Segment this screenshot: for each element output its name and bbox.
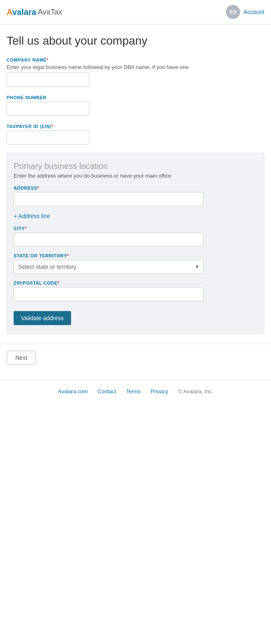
zip-group: ZIP/POSTAL CODE* (14, 280, 257, 301)
logo-valara: valara (12, 7, 36, 17)
terms-link[interactable]: Terms (126, 388, 140, 394)
avalara-link[interactable]: Avalara.com (58, 388, 88, 394)
phone-number-label: PHONE NUMBER (7, 95, 264, 100)
location-title: Primary business location (14, 162, 257, 171)
taxpayer-id-group: TAXPAYER ID (EIN)* (7, 124, 264, 145)
phone-input[interactable] (7, 102, 89, 116)
required-star: * (47, 57, 49, 62)
required-star-state: * (67, 253, 69, 258)
state-group: STATE OR TERRITORY* Select state or terr… (14, 253, 257, 274)
next-area: Next (0, 344, 271, 371)
state-select-wrapper: Select state or territory Alabama Alaska… (14, 260, 204, 274)
account-link[interactable]: Account (243, 9, 264, 15)
address-input[interactable] (14, 192, 204, 206)
phone-number-group: PHONE NUMBER (7, 95, 264, 116)
logo-avatax: AvaTax (38, 8, 62, 17)
state-select[interactable]: Select state or territory Alabama Alaska… (14, 260, 204, 274)
city-label: CITY* (14, 226, 257, 231)
app-header: Avalara AvaTax FD Account (0, 0, 271, 24)
city-input[interactable] (14, 233, 204, 247)
copyright: © Avalara, Inc. (178, 388, 213, 394)
location-card: Primary business location Enter the addr… (7, 153, 264, 334)
company-name-hint: Enter your legal business name followed … (7, 64, 264, 70)
taxpayer-id-input[interactable] (7, 131, 89, 145)
zip-input[interactable] (14, 287, 204, 301)
address-label: ADDRESS* (14, 185, 257, 190)
avatar: FD (226, 5, 240, 19)
logo-text: Avalara (7, 7, 36, 17)
required-star-address: * (37, 185, 39, 190)
logo-a: A (7, 7, 12, 17)
location-hint: Enter the address where you do business … (14, 173, 257, 179)
city-group: CITY* (14, 226, 257, 247)
company-name-input[interactable] (7, 73, 89, 87)
company-name-group: COMPANY NAME* Enter your legal business … (7, 57, 264, 87)
logo: Avalara AvaTax (7, 7, 62, 17)
main-content: Tell us about your company COMPANY NAME*… (0, 24, 271, 334)
zip-label: ZIP/POSTAL CODE* (14, 280, 257, 285)
privacy-link[interactable]: Privacy (151, 388, 169, 394)
required-star-city: * (25, 226, 27, 231)
taxpayer-id-label: TAXPAYER ID (EIN)* (7, 124, 264, 129)
company-name-label: COMPANY NAME* (7, 57, 264, 62)
validate-address-button[interactable]: Validate address (14, 311, 71, 325)
state-label: STATE OR TERRITORY* (14, 253, 257, 258)
required-star-zip: * (57, 280, 59, 285)
account-area: FD Account (226, 5, 264, 19)
next-button[interactable]: Next (7, 351, 36, 365)
footer: Avalara.com Contact Terms Privacy © Aval… (0, 380, 271, 403)
add-address-line-link[interactable]: + Address line (14, 213, 50, 219)
required-star-ein: * (52, 124, 54, 129)
contact-link[interactable]: Contact (97, 388, 116, 394)
address-group: ADDRESS* (14, 185, 257, 206)
page-title: Tell us about your company (7, 34, 264, 48)
